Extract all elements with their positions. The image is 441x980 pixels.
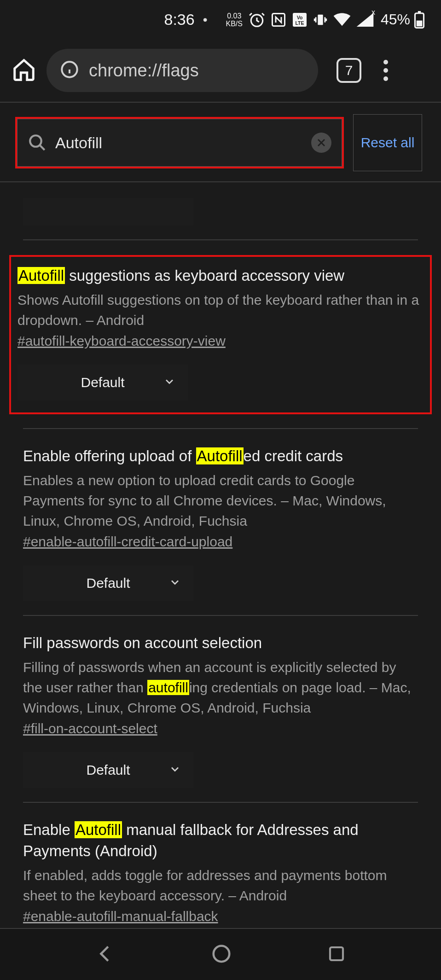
wifi-icon — [333, 12, 351, 28]
annotation-highlight-flag: Autofill suggestions as keyboard accesso… — [9, 255, 432, 414]
recents-button[interactable] — [327, 944, 346, 965]
clock: 8:36 — [164, 11, 194, 29]
flag-select[interactable]: Default — [17, 365, 188, 400]
flag-title: Fill passwords on account selection — [23, 632, 418, 654]
status-bar: 8:36 • 0.03 KB/S VoLTE x 45% — [0, 0, 441, 39]
search-box[interactable] — [17, 119, 342, 167]
reset-all-button[interactable]: Reset all — [353, 114, 422, 171]
flag-title: Enable offering upload of Autofilled cre… — [23, 446, 418, 467]
previous-flag-partial — [23, 198, 418, 226]
flag-title: Enable Autofill manual fallback for Addr… — [23, 819, 418, 862]
svg-point-12 — [30, 135, 41, 147]
divider — [23, 239, 418, 240]
flag-anchor-link[interactable]: #enable-autofill-credit-card-upload — [23, 534, 418, 550]
clear-search-button[interactable] — [311, 133, 331, 153]
svg-rect-5 — [318, 14, 323, 25]
svg-rect-7 — [418, 11, 421, 13]
chevron-down-icon — [163, 375, 176, 390]
alarm-icon — [248, 11, 266, 29]
svg-text:Vo: Vo — [297, 14, 303, 20]
battery-icon — [414, 11, 425, 29]
status-dot: • — [203, 12, 208, 27]
search-icon — [28, 133, 47, 152]
signal-icon: x — [356, 12, 374, 28]
flag-description: Enables a new option to upload credit ca… — [23, 470, 418, 531]
divider — [23, 802, 418, 803]
flag-anchor-link[interactable]: #autofill-keyboard-accessory-view — [17, 333, 424, 349]
flag-select[interactable] — [23, 198, 193, 226]
home-button[interactable] — [12, 57, 36, 84]
flag-anchor-link[interactable]: #fill-on-account-select — [23, 721, 418, 736]
url-text: chrome://flags — [89, 61, 199, 81]
vibrate-icon — [313, 12, 328, 28]
home-button-nav[interactable] — [211, 943, 232, 966]
search-input[interactable] — [55, 134, 303, 152]
svg-line-13 — [40, 145, 45, 150]
site-info-icon[interactable] — [60, 60, 79, 81]
close-icon — [316, 137, 327, 148]
flags-search-row: Reset all — [0, 103, 441, 182]
svg-rect-8 — [417, 20, 423, 26]
flag-item: Enable Autofill manual fallback for Addr… — [23, 819, 418, 924]
flag-item: Enable offering upload of Autofilled cre… — [23, 446, 418, 601]
flag-select[interactable]: Default — [23, 565, 193, 601]
flag-select[interactable]: Default — [23, 752, 193, 788]
chevron-down-icon — [168, 763, 181, 777]
flag-item: Fill passwords on account selection Fill… — [23, 632, 418, 788]
tab-switcher-button[interactable]: 7 — [337, 58, 361, 83]
browser-toolbar: chrome://flags 7 — [0, 39, 441, 102]
svg-point-16 — [214, 945, 230, 962]
back-button[interactable] — [95, 943, 116, 966]
divider — [23, 615, 418, 616]
svg-text:LTE: LTE — [295, 20, 304, 25]
overflow-menu-button[interactable] — [383, 60, 388, 81]
divider — [23, 428, 418, 429]
chevron-down-icon — [168, 576, 181, 591]
network-speed: 0.03 KB/S — [226, 12, 242, 28]
flag-description: If enabled, adds toggle for addresses an… — [23, 865, 418, 906]
nfc-icon — [270, 12, 287, 28]
battery-percent: 45% — [381, 11, 410, 28]
url-bar[interactable]: chrome://flags — [46, 49, 318, 92]
annotation-highlight-search — [15, 117, 344, 168]
volte-icon: VoLTE — [291, 12, 308, 28]
flag-description: Shows Autofill suggestions on top of the… — [17, 290, 424, 331]
system-nav-bar — [0, 928, 441, 980]
flag-anchor-link[interactable]: #enable-autofill-manual-fallback — [23, 909, 418, 924]
flag-description: Filling of passwords when an account is … — [23, 657, 418, 718]
flag-title: Autofill suggestions as keyboard accesso… — [17, 265, 424, 286]
svg-rect-17 — [330, 947, 343, 960]
